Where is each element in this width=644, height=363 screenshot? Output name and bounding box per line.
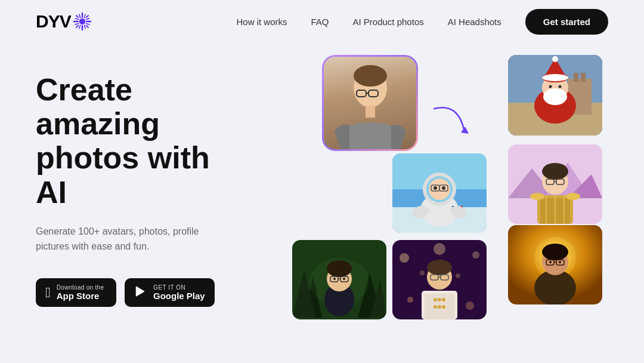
svg-point-90 (434, 243, 445, 255)
svg-point-92 (456, 273, 460, 278)
svg-line-12 (84, 25, 85, 29)
svg-point-0 (79, 19, 85, 24)
svg-point-44 (434, 186, 437, 190)
logo[interactable]: DYV (36, 11, 92, 32)
svg-point-18 (354, 65, 387, 87)
svg-point-99 (438, 305, 441, 309)
hero-title: Create amazing photos with AI (36, 73, 244, 210)
nav-ai-product-photos[interactable]: AI Product photos (352, 17, 423, 27)
svg-point-98 (434, 305, 437, 309)
ornate-svg (392, 240, 487, 319)
google-play-text: GET IT ON Google Play (153, 284, 205, 301)
svg-line-13 (79, 25, 80, 29)
svg-line-10 (86, 19, 89, 20)
get-started-button[interactable]: Get started (525, 9, 608, 35)
svg-point-69 (530, 193, 544, 200)
golden-photo (508, 225, 602, 304)
svg-point-84 (343, 278, 345, 280)
source-person-svg (332, 63, 409, 149)
app-store-line2: App Store (57, 291, 104, 301)
store-buttons:  Download on the App Store GET IT ON Go… (36, 278, 286, 307)
nav-faq[interactable]: FAQ (311, 17, 329, 27)
nav-ai-headshots[interactable]: AI Headshots (448, 17, 501, 27)
app-store-button[interactable]:  Download on the App Store (36, 278, 116, 307)
svg-line-2 (86, 16, 88, 17)
svg-point-79 (327, 260, 352, 277)
hero-left: Create amazing photos with AI Generate 1… (36, 49, 286, 307)
svg-line-11 (86, 24, 89, 25)
svg-point-97 (442, 298, 445, 302)
svg-line-9 (84, 14, 85, 18)
google-play-line2: Google Play (153, 291, 205, 301)
svg-point-111 (542, 244, 568, 260)
navbar: DYV (0, 0, 644, 43)
svg-rect-27 (581, 73, 586, 82)
curved-arrow (428, 97, 476, 144)
hero-subtitle: Generate 100+ avatars, photos, profile p… (36, 224, 203, 254)
google-play-line1: GET IT ON (153, 284, 205, 291)
svg-point-35 (549, 85, 552, 88)
svg-point-45 (442, 186, 445, 190)
royal-photo (508, 144, 602, 224)
santa-photo (508, 55, 602, 136)
hero-photos (286, 49, 608, 353)
astronaut-svg (392, 153, 487, 233)
forest-photo (292, 240, 386, 319)
svg-line-6 (76, 26, 78, 27)
golden-svg (508, 225, 602, 304)
santa-svg (508, 55, 602, 136)
astronaut-photo (392, 153, 487, 233)
google-play-button[interactable]: GET IT ON Google Play (125, 278, 215, 307)
svg-point-88 (407, 297, 413, 303)
svg-line-16 (79, 14, 80, 18)
apple-icon:  (45, 285, 51, 300)
svg-point-102 (427, 260, 452, 275)
svg-line-8 (76, 16, 78, 17)
svg-point-115 (549, 261, 552, 263)
svg-point-83 (333, 278, 336, 280)
app-store-line1: Download on the (57, 284, 104, 291)
ornate-photo (392, 240, 487, 319)
svg-point-91 (420, 270, 425, 275)
app-store-text: Download on the App Store (57, 284, 104, 301)
nav-how-it-works[interactable]: How it works (236, 17, 287, 27)
svg-point-89 (466, 302, 474, 310)
svg-rect-22 (366, 106, 375, 118)
source-photo-wrapper (322, 55, 418, 151)
svg-point-87 (472, 251, 479, 259)
svg-point-95 (434, 298, 437, 302)
svg-point-33 (552, 56, 558, 62)
svg-point-100 (442, 305, 445, 309)
logo-burst-icon (72, 11, 92, 32)
svg-line-4 (86, 26, 88, 27)
svg-point-34 (542, 74, 568, 81)
svg-point-65 (542, 163, 568, 180)
svg-rect-26 (574, 73, 578, 82)
nav-links: How it works FAQ AI Product photos AI He… (236, 17, 501, 27)
svg-point-30 (543, 88, 567, 105)
svg-line-15 (75, 19, 79, 20)
play-icon (134, 285, 147, 300)
logo-text: DYV (36, 11, 71, 32)
royal-svg (508, 144, 602, 224)
svg-point-36 (559, 85, 562, 88)
hero-section: Create amazing photos with AI Generate 1… (0, 43, 644, 363)
forest-svg (292, 240, 386, 319)
svg-point-116 (559, 261, 561, 263)
source-photo (324, 57, 416, 149)
svg-point-96 (438, 298, 441, 302)
svg-point-70 (566, 193, 580, 200)
svg-line-14 (75, 24, 79, 25)
svg-point-86 (400, 253, 409, 263)
